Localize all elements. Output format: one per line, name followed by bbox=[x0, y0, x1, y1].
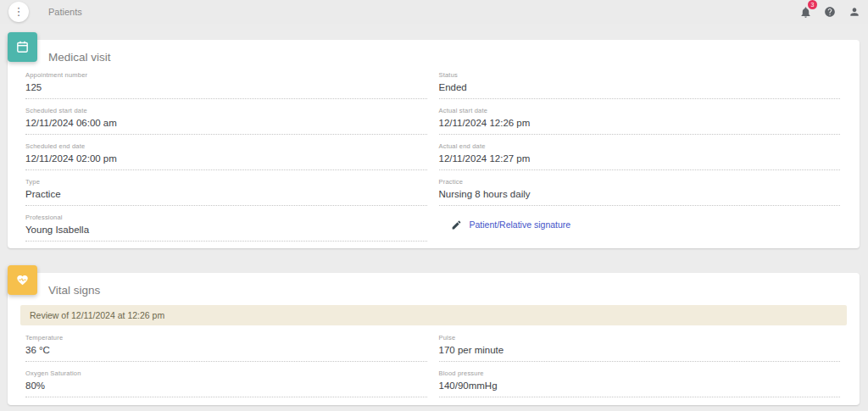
field-value: Practice bbox=[25, 189, 427, 199]
field-value: Young Isabella bbox=[25, 225, 427, 235]
field-label: Scheduled start date bbox=[25, 107, 427, 114]
field-value: 170 per minute bbox=[439, 345, 841, 355]
field-value: 125 bbox=[25, 82, 427, 92]
calendar-icon bbox=[8, 32, 37, 62]
heart-pulse-icon bbox=[8, 265, 37, 295]
field-professional: Professional Young Isabella bbox=[25, 214, 427, 242]
field-actual-end-date: Actual end date 12/11/2024 12:27 pm bbox=[439, 142, 841, 170]
field-label: Temperature bbox=[25, 334, 427, 342]
page-title: Patients bbox=[48, 0, 82, 24]
medical-visit-fields: Appointment number 125 Status Ended Sche… bbox=[8, 71, 860, 249]
field-label: Type bbox=[25, 178, 427, 186]
field-label: Oxygen Saturation bbox=[25, 369, 427, 377]
review-banner: Review of 12/11/2024 at 12:26 pm bbox=[20, 305, 847, 325]
field-label: Professional bbox=[25, 214, 427, 221]
field-value: 12/11/2024 06:00 am bbox=[25, 118, 427, 128]
vital-signs-card: Vital signs Review of 12/11/2024 at 12:2… bbox=[8, 273, 860, 405]
help-button[interactable] bbox=[823, 5, 837, 19]
field-status: Status Ended bbox=[439, 71, 841, 99]
field-oxygen-saturation: Oxygen Saturation 80% bbox=[25, 369, 427, 397]
field-practice: Practice Nursing 8 hours daily bbox=[439, 178, 841, 206]
field-label: Actual start date bbox=[439, 107, 841, 114]
field-type: Type Practice bbox=[25, 178, 427, 206]
field-label: Status bbox=[439, 71, 841, 79]
field-label: Pulse bbox=[439, 334, 841, 342]
field-label: Blood pressure bbox=[439, 369, 841, 377]
top-bar: ⋮ Patients 3 bbox=[0, 0, 868, 24]
topbar-actions: 3 bbox=[798, 0, 861, 24]
question-mark-icon bbox=[824, 6, 836, 18]
signature-link-label: Patient/Relative signature bbox=[470, 219, 571, 230]
notification-badge: 3 bbox=[808, 0, 817, 9]
field-pulse: Pulse 170 per minute bbox=[439, 334, 841, 362]
field-label: Actual end date bbox=[439, 142, 841, 150]
field-value: 36 °C bbox=[25, 345, 427, 355]
card-title-vital-signs: Vital signs bbox=[8, 273, 860, 297]
field-actual-start-date: Actual start date 12/11/2024 12:26 pm bbox=[439, 107, 841, 135]
field-scheduled-end-date: Scheduled end date 12/11/2024 02:00 pm bbox=[25, 142, 427, 170]
signature-pen-icon bbox=[451, 219, 462, 230]
notifications-button[interactable]: 3 bbox=[798, 5, 812, 19]
field-label: Appointment number bbox=[25, 71, 427, 79]
field-value: 12/11/2024 12:26 pm bbox=[439, 118, 841, 128]
field-value: Ended bbox=[439, 82, 841, 92]
field-value: Nursing 8 hours daily bbox=[439, 189, 841, 199]
profile-button[interactable] bbox=[848, 5, 861, 19]
field-blood-pressure: Blood pressure 140/90mmHg bbox=[439, 369, 841, 397]
field-value: 12/11/2024 12:27 pm bbox=[439, 153, 841, 164]
field-appointment-number: Appointment number 125 bbox=[25, 71, 427, 99]
field-temperature: Temperature 36 °C bbox=[25, 334, 427, 362]
field-value: 80% bbox=[25, 380, 427, 391]
medical-visit-card: Medical visit Appointment number 125 Sta… bbox=[8, 40, 860, 248]
patient-signature-link[interactable]: Patient/Relative signature bbox=[439, 214, 841, 242]
field-value: 140/90mmHg bbox=[439, 380, 841, 391]
field-value: 12/11/2024 02:00 pm bbox=[25, 153, 427, 164]
card-title-medical-visit: Medical visit bbox=[8, 40, 860, 64]
menu-button[interactable]: ⋮ bbox=[8, 2, 29, 22]
field-label: Scheduled end date bbox=[25, 142, 427, 150]
field-label: Practice bbox=[439, 178, 841, 186]
field-scheduled-start-date: Scheduled start date 12/11/2024 06:00 am bbox=[25, 107, 427, 135]
vital-signs-fields: Temperature 36 °C Pulse 170 per minute O… bbox=[8, 334, 860, 405]
person-icon bbox=[849, 6, 860, 18]
vertical-dots-icon: ⋮ bbox=[14, 5, 25, 18]
